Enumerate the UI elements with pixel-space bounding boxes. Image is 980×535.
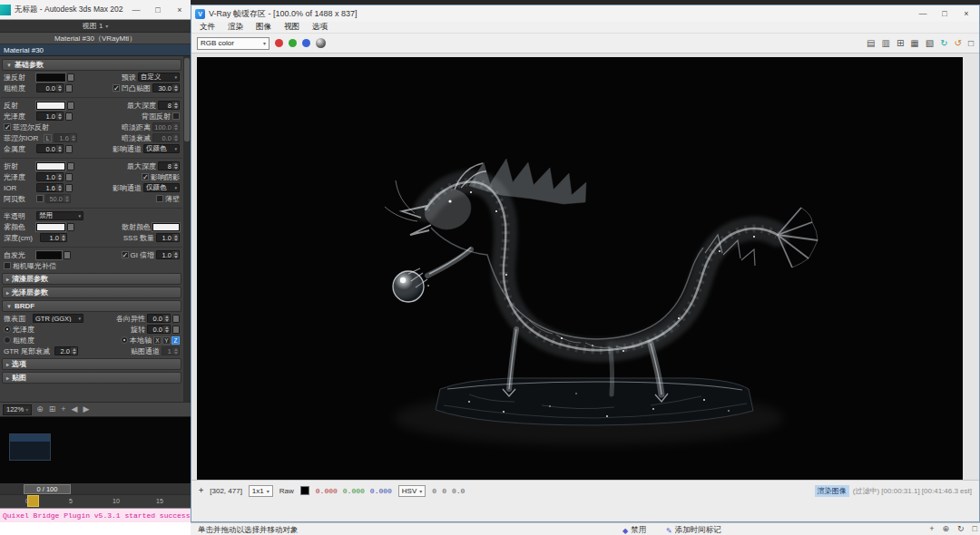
- render-last-icon[interactable]: ↺: [955, 39, 962, 48]
- map-slot-button[interactable]: [65, 173, 73, 181]
- value-spinner[interactable]: 8: [158, 101, 180, 110]
- checkbox[interactable]: ✓菲涅尔反射: [4, 122, 49, 132]
- checkbox[interactable]: 相机曝光补偿: [4, 261, 56, 271]
- save-image-icon[interactable]: ▤: [867, 39, 875, 48]
- lock-icon[interactable]: L: [44, 134, 52, 142]
- value-spinner[interactable]: 0.0: [152, 133, 180, 142]
- checkbox[interactable]: ✓GI: [122, 251, 138, 259]
- value-spinner[interactable]: 1.6: [54, 133, 77, 142]
- value-spinner[interactable]: 1: [162, 346, 180, 355]
- value-spinner[interactable]: 0.0: [36, 83, 64, 92]
- dropdown[interactable]: GTR (GGX)▾: [33, 314, 83, 323]
- maxscript-mini-listener[interactable]: Quixel Bridge Plugin v5.3.1 started succ…: [0, 508, 191, 535]
- axis-toggle[interactable]: Z: [172, 336, 180, 345]
- radio-button[interactable]: 光泽度: [4, 325, 34, 335]
- checkbox[interactable]: [172, 112, 180, 120]
- color-swatch[interactable]: [36, 162, 65, 170]
- material-name-field[interactable]: Material #30: [0, 44, 191, 56]
- minimize-button[interactable]: —: [914, 5, 932, 22]
- value-spinner[interactable]: 100.0: [152, 122, 180, 131]
- scrollbar-thumb[interactable]: [184, 58, 190, 141]
- axis-toggle[interactable]: X: [153, 336, 162, 345]
- value-spinner[interactable]: 50.0: [45, 194, 71, 203]
- prev-icon[interactable]: ◀: [72, 405, 78, 413]
- menu-image[interactable]: 图像: [250, 22, 278, 33]
- add-time-tag-chip[interactable]: ✎添加时间标记: [666, 525, 721, 535]
- green-channel-toggle[interactable]: [289, 39, 297, 47]
- map-slot-button[interactable]: [64, 251, 71, 259]
- slate-view-tab[interactable]: 视图 1 ▾: [0, 20, 191, 33]
- clear-image-icon[interactable]: ▥: [881, 39, 889, 48]
- blue-channel-toggle[interactable]: [302, 39, 310, 47]
- close-button[interactable]: ×: [957, 5, 975, 22]
- value-spinner[interactable]: 8: [158, 161, 180, 170]
- maximize-viewport-icon[interactable]: □: [973, 524, 977, 533]
- value-spinner[interactable]: 0.0: [36, 144, 64, 153]
- basic-params-rollout[interactable]: ▼基础参数: [2, 59, 181, 71]
- value-spinner[interactable]: 1.0: [36, 172, 64, 181]
- sheen-params-rollout[interactable]: ▸光泽层参数: [2, 287, 181, 298]
- region-render-icon[interactable]: □: [968, 39, 974, 48]
- material-node[interactable]: [9, 433, 51, 461]
- time-slider[interactable]: 0 / 100: [0, 483, 191, 495]
- interactive-render-icon[interactable]: ↻: [940, 39, 947, 48]
- options-rollout[interactable]: ▸选项: [2, 358, 181, 370]
- checkbox[interactable]: ✓影响阴影: [142, 172, 180, 182]
- dropdown[interactable]: 仅颜色▾: [143, 183, 180, 192]
- color-swatch[interactable]: [36, 251, 62, 259]
- map-slot-button[interactable]: [67, 102, 74, 110]
- map-slot-button[interactable]: [65, 84, 73, 92]
- red-channel-toggle[interactable]: [275, 39, 283, 47]
- menu-render[interactable]: 渲染: [221, 22, 250, 33]
- pixel-information-icon[interactable]: ⊞: [897, 39, 904, 48]
- compare-images-icon[interactable]: ▧: [926, 39, 934, 48]
- pan-view-icon[interactable]: +: [929, 524, 934, 533]
- color-swatch[interactable]: [36, 223, 65, 231]
- map-slot-button[interactable]: [65, 145, 73, 153]
- channel-select-dropdown[interactable]: RGB color: [197, 37, 270, 50]
- dropdown[interactable]: 禁用▾: [36, 211, 83, 220]
- dropdown[interactable]: 自定义▾: [138, 73, 180, 82]
- render-canvas[interactable]: [197, 57, 963, 499]
- hsv-dropdown[interactable]: HSV: [398, 485, 426, 497]
- map-slot-button[interactable]: [67, 162, 74, 170]
- value-spinner[interactable]: 1.0: [156, 250, 180, 259]
- zoom-view-icon[interactable]: ⊕: [942, 524, 949, 533]
- pan-icon[interactable]: +: [61, 405, 65, 413]
- map-slot-button[interactable]: [67, 223, 74, 231]
- pixel-scale-dropdown[interactable]: 1x1: [249, 485, 273, 497]
- alpha-sphere-icon[interactable]: [316, 38, 326, 48]
- checkbox[interactable]: ✓凹凸贴图: [113, 83, 151, 93]
- magnifier-icon[interactable]: ⊕: [36, 405, 44, 413]
- adaptive-degradation-chip[interactable]: ◆禁用: [622, 525, 646, 535]
- value-spinner[interactable]: 0.0: [147, 314, 171, 323]
- slate-node-view[interactable]: [0, 416, 191, 483]
- timeline-ruler[interactable]: 051015: [0, 495, 191, 508]
- close-button[interactable]: ×: [171, 2, 189, 18]
- value-spinner[interactable]: 30.0: [152, 83, 180, 92]
- zoom-level-dropdown[interactable]: 122%: [3, 404, 32, 415]
- menu-options[interactable]: 选项: [306, 22, 334, 33]
- radio-button[interactable]: 本地轴: [121, 336, 152, 345]
- coat-params-rollout[interactable]: ▸清漆层参数: [2, 273, 181, 285]
- map-slot-button[interactable]: [172, 326, 180, 334]
- value-spinner[interactable]: 1.6: [36, 183, 64, 192]
- frame-counter[interactable]: 0 / 100: [24, 484, 71, 494]
- menu-file[interactable]: 文件: [193, 22, 221, 33]
- zoom-region-icon[interactable]: ⊞: [49, 405, 56, 413]
- radio-button[interactable]: 粗糙度: [4, 336, 34, 345]
- orbit-view-icon[interactable]: ↻: [957, 524, 965, 533]
- map-slot-button[interactable]: [65, 112, 73, 121]
- value-spinner[interactable]: 2.0: [54, 346, 78, 355]
- next-icon[interactable]: ▶: [83, 405, 89, 413]
- brdf-rollout[interactable]: ▼BRDF: [2, 300, 181, 312]
- duplicate-to-host-icon[interactable]: ▦: [910, 39, 918, 48]
- dropdown[interactable]: 仅颜色▾: [143, 144, 180, 153]
- material-panel-scrollbar[interactable]: [183, 56, 191, 402]
- menu-view[interactable]: 视图: [278, 22, 306, 33]
- value-spinner[interactable]: 0.0: [147, 325, 171, 334]
- color-swatch[interactable]: [36, 102, 65, 110]
- map-slot-button[interactable]: [65, 184, 73, 192]
- value-spinner[interactable]: 1.0: [156, 233, 180, 242]
- checkbox[interactable]: [36, 195, 44, 202]
